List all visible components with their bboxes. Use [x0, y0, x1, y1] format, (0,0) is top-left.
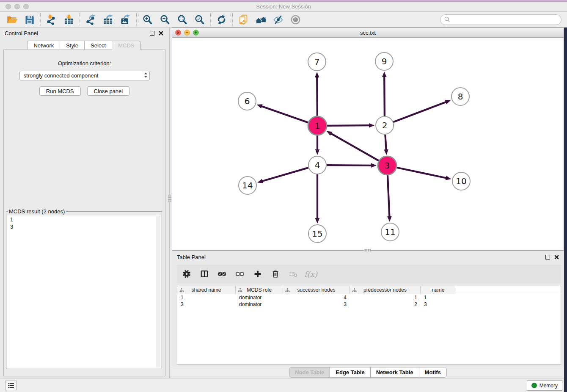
graph-edge-3-1[interactable]	[327, 131, 379, 160]
column-header-shared-name[interactable]: shared name	[177, 286, 236, 294]
new-network-from-selection-button[interactable]	[235, 13, 252, 27]
node-table-body: 1dominator4113dominator323	[177, 294, 561, 308]
svg-text:2: 2	[382, 120, 388, 130]
graph-node-2[interactable]: 2	[376, 116, 394, 134]
import-network-button[interactable]	[43, 13, 60, 27]
delete-rows-trash-button[interactable]	[270, 267, 281, 281]
graph-edge-4-3[interactable]	[327, 163, 377, 168]
tab-network[interactable]: Network	[27, 41, 60, 50]
table-cell[interactable]: 1	[421, 295, 456, 301]
delete-table-icon	[289, 269, 298, 279]
network-graph: 7968124314101511	[172, 38, 564, 251]
table-cell[interactable]: 3	[421, 301, 456, 307]
table-cell[interactable]: 4	[283, 295, 350, 301]
graph-node-4[interactable]: 4	[308, 156, 326, 174]
close-control-panel-icon[interactable]	[159, 31, 163, 36]
table-cell[interactable]: 1	[177, 295, 236, 301]
refresh-view-button[interactable]	[213, 13, 230, 27]
network-window-titlebar[interactable]: scc.txt	[172, 28, 564, 38]
column-header-predecessor-nodes[interactable]: predecessor nodes	[350, 286, 421, 294]
split-table-button[interactable]	[198, 267, 210, 281]
window-titlebar: Session: New Session	[0, 0, 567, 12]
export-table-button[interactable]	[99, 13, 117, 27]
graph-node-14[interactable]: 14	[239, 177, 256, 194]
table-row[interactable]: 1dominator411	[177, 294, 561, 301]
show-graphics-details-button[interactable]	[287, 13, 304, 27]
graph-edge-1-7[interactable]	[315, 72, 319, 116]
graph-node-11[interactable]: 11	[381, 223, 399, 241]
open-file-button[interactable]	[3, 13, 21, 27]
graph-node-15[interactable]: 15	[308, 225, 326, 243]
close-panel-button[interactable]: Close panel	[87, 86, 130, 96]
graph-edge-1-2[interactable]	[327, 123, 374, 128]
macos-close-button[interactable]	[6, 4, 11, 9]
run-mcds-button[interactable]: Run MCDS	[39, 86, 81, 96]
macos-zoom-button[interactable]	[23, 4, 29, 9]
task-history-button[interactable]	[5, 381, 17, 390]
select-all-rows-button[interactable]	[216, 267, 228, 281]
zoom-out-button[interactable]	[156, 13, 173, 27]
macos-minimize-button[interactable]	[14, 4, 20, 9]
tab-motifs[interactable]: Motifs	[419, 367, 446, 377]
table-cell[interactable]: 1	[350, 295, 421, 301]
graph-node-7[interactable]: 7	[308, 53, 326, 71]
column-header-name[interactable]: name	[421, 286, 456, 294]
tab-style[interactable]: Style	[60, 41, 84, 50]
graph-edge-4-15[interactable]	[315, 174, 320, 224]
zoom-selected-button[interactable]	[191, 13, 208, 27]
panel-splitter-handle[interactable]	[168, 195, 171, 202]
criterion-select[interactable]: strongly connected component	[19, 71, 150, 80]
zoom-in-button[interactable]	[139, 13, 156, 27]
export-network-button[interactable]	[82, 13, 99, 27]
table-cell[interactable]: dominator	[236, 301, 283, 307]
tab-select[interactable]: Select	[84, 41, 112, 50]
graph-edge-1-4[interactable]	[315, 135, 320, 155]
graph-node-9[interactable]: 9	[375, 52, 393, 70]
add-column-button[interactable]	[252, 267, 263, 281]
first-neighbors-button[interactable]	[252, 13, 270, 27]
graph-node-6[interactable]: 6	[238, 92, 256, 110]
graph-edge-2-3[interactable]	[384, 135, 388, 155]
graph-edge-2-9[interactable]	[382, 72, 387, 116]
memory-button[interactable]: Memory	[527, 380, 562, 391]
split-table-icon	[200, 269, 209, 279]
table-cell[interactable]: 2	[350, 301, 421, 307]
graph-edge-2-8[interactable]	[394, 100, 451, 122]
hide-graphics-details-button[interactable]	[270, 13, 287, 27]
tab-node-table[interactable]: Node Table	[289, 367, 330, 377]
graph-node-1[interactable]: 1	[308, 116, 327, 135]
tab-mcds[interactable]: MCDS	[112, 41, 140, 50]
network-table-splitter-handle[interactable]	[364, 249, 371, 251]
table-cell[interactable]: 3	[177, 301, 236, 307]
svg-text:15: 15	[312, 229, 322, 239]
graph-edge-1-6[interactable]	[257, 104, 308, 122]
table-cell[interactable]: dominator	[236, 295, 283, 301]
close-table-panel-icon[interactable]	[554, 255, 559, 259]
column-header-successor-nodes[interactable]: successor nodes	[283, 286, 350, 294]
table-row[interactable]: 3dominator323	[177, 301, 561, 308]
graph-edge-3-10[interactable]	[397, 168, 451, 180]
panel-splitter[interactable]	[169, 28, 170, 378]
graph-node-3[interactable]: 3	[378, 156, 396, 175]
export-image-button[interactable]	[117, 13, 134, 27]
graph-edge-3-11[interactable]	[387, 175, 392, 222]
save-session-button[interactable]	[21, 13, 38, 27]
float-panel-icon[interactable]	[150, 31, 154, 36]
table-settings-gear-button[interactable]	[181, 267, 192, 281]
mcds-result-item: 1	[10, 216, 158, 223]
float-table-panel-icon[interactable]	[545, 255, 550, 259]
graph-node-10[interactable]: 10	[452, 172, 470, 190]
column-header-MCDS-role[interactable]: MCDS role	[236, 286, 283, 294]
tab-network-table[interactable]: Network Table	[371, 367, 419, 377]
network-canvas[interactable]: 7968124314101511	[172, 38, 564, 250]
search-input[interactable]	[452, 17, 557, 23]
graph-edge-4-14[interactable]	[257, 168, 308, 183]
import-table-button[interactable]	[60, 13, 77, 27]
deselect-all-rows-button[interactable]	[234, 267, 245, 281]
result-scrollbar[interactable]	[156, 216, 160, 367]
table-cell[interactable]: 3	[283, 301, 350, 307]
search-field[interactable]	[440, 14, 561, 25]
tab-edge-table[interactable]: Edge Table	[330, 367, 370, 377]
graph-node-8[interactable]: 8	[451, 88, 469, 105]
zoom-fit-button[interactable]	[173, 13, 191, 27]
